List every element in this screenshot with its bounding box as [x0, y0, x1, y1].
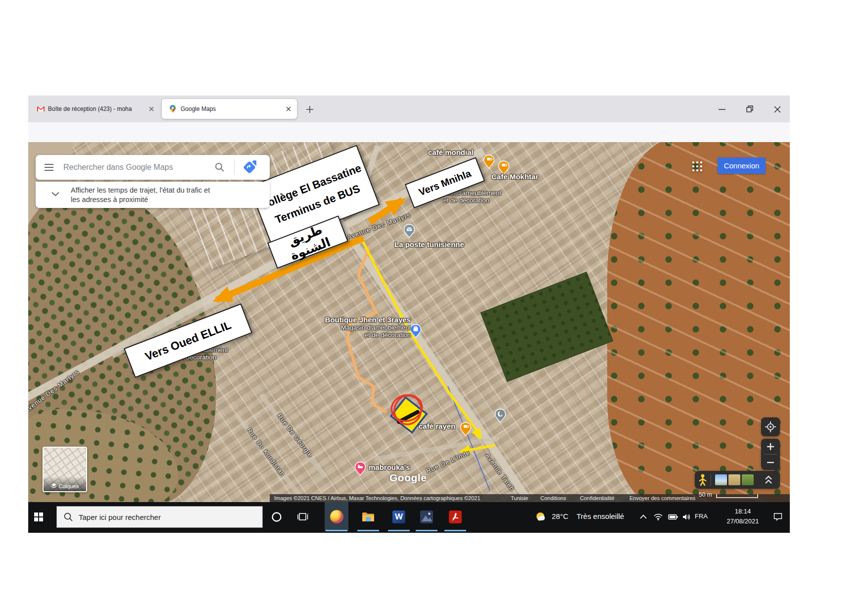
tab-title: Google Maps [181, 105, 286, 112]
zoom-out-button[interactable] [761, 455, 780, 470]
tab-gmail[interactable]: Boîte de réception (423) - moha [31, 100, 159, 118]
layers-control[interactable]: Calques [43, 447, 87, 492]
battery-icon[interactable] [666, 502, 680, 531]
imagery-bar [695, 471, 780, 489]
chevron-down-icon[interactable] [51, 192, 59, 197]
browser-window: Boîte de réception (423) - moha Google M… [28, 96, 790, 533]
traffic-panel-text: Afficher les temps de trajet, l'état du … [71, 186, 210, 205]
mosque-pin[interactable] [495, 409, 506, 422]
explorer-taskbar-button[interactable] [356, 502, 380, 531]
collapse-chevrons-icon[interactable] [765, 475, 772, 484]
scale-label: 50 m [699, 491, 712, 498]
tab-bar: Boîte de réception (423) - moha Google M… [28, 96, 790, 122]
word-icon: W [392, 511, 405, 523]
google-watermark: Google [389, 472, 427, 484]
attribution-link[interactable]: Tunisie [511, 495, 528, 501]
attribution-link[interactable]: Conditions [540, 495, 566, 501]
navigation-toolbar: https://www.google.tn/maps/@36.8441072,1… [28, 122, 790, 143]
acrobat-taskbar-button[interactable] [443, 502, 467, 531]
attribution-text: Images ©2021 CNES / Airbus, Maxar Techno… [274, 495, 481, 501]
tab-title: Boîte de réception (423) - moha [48, 105, 147, 112]
poi-label: mabrouka's [369, 463, 410, 471]
close-window-button[interactable] [772, 104, 782, 114]
traffic-panel[interactable]: Afficher les temps de trajet, l'état du … [36, 182, 270, 208]
tab-google-maps[interactable]: Google Maps [162, 99, 297, 119]
firefox-taskbar-button[interactable] [325, 502, 348, 531]
layers-label: Calques [59, 483, 79, 489]
firefox-icon [330, 510, 343, 523]
imagery-thumb-grass[interactable] [742, 474, 754, 485]
attribution-link[interactable]: Confidentialité [580, 495, 615, 501]
maps-search-card[interactable]: Rechercher dans Google Maps [36, 155, 270, 180]
gmail-icon [37, 106, 45, 112]
layers-icon [51, 483, 57, 489]
poi-label: Cafe Mokhtar [491, 172, 538, 181]
notification-center-icon[interactable] [768, 502, 788, 531]
task-view-button[interactable] [292, 502, 313, 531]
google-maps-pin-icon [170, 105, 176, 113]
tray-clock[interactable]: 18:14 27/08/2021 [720, 507, 766, 526]
restore-button[interactable] [745, 104, 755, 114]
directions-icon[interactable] [242, 160, 256, 174]
poi-label: La poste tunisienne [394, 240, 464, 249]
minimize-button[interactable] [717, 106, 727, 112]
tray-date: 27/08/2021 [720, 516, 766, 526]
taskbar-search-box[interactable]: Taper ici pour rechercher [56, 506, 263, 528]
imagery-thumb-sky[interactable] [715, 474, 727, 485]
poi-label: café rayen [419, 422, 455, 430]
taskbar-search-placeholder: Taper ici pour rechercher [79, 513, 161, 521]
signin-button[interactable]: Connexion [718, 157, 766, 174]
cafe-rayen-pin[interactable] [461, 422, 471, 436]
search-input[interactable]: Rechercher dans Google Maps [63, 163, 173, 172]
tray-language[interactable]: FRA [695, 512, 708, 520]
attribution-link[interactable]: Envoyer des commentaires [629, 495, 695, 501]
poi-label-block: Boutique Jhen et 3rayes Magasin d'ameubl… [312, 315, 411, 339]
post-office-pin[interactable] [404, 224, 415, 238]
tray-time: 18:14 [720, 507, 766, 516]
start-button[interactable] [30, 502, 47, 531]
search-icon[interactable] [215, 162, 225, 172]
close-icon[interactable] [286, 106, 291, 111]
photos-icon [420, 511, 433, 523]
mabrouka-pin[interactable] [355, 462, 366, 475]
menu-hamburger-icon[interactable] [44, 163, 54, 171]
imagery-thumb-field[interactable] [728, 474, 740, 485]
divider [711, 474, 711, 486]
google-apps-grid-icon[interactable] [692, 161, 703, 172]
cafe-mondial-pin[interactable] [484, 155, 494, 168]
word-taskbar-button[interactable]: W [387, 502, 411, 531]
tray-weather-text[interactable]: Très ensoleillé [577, 512, 624, 520]
windows-taskbar: Taper ici pour rechercher W [28, 502, 790, 533]
my-location-button[interactable] [761, 417, 780, 436]
speaker-icon[interactable] [679, 502, 694, 531]
poi-label: café mondial [428, 148, 474, 156]
file-explorer-icon [362, 512, 375, 522]
close-icon[interactable] [149, 106, 154, 111]
cortana-button[interactable] [267, 502, 287, 531]
new-tab-button[interactable] [305, 105, 314, 114]
zoom-in-button[interactable] [761, 439, 780, 454]
map-canvas[interactable]: café mondial Cafe Mokhtar Magasin d'ameu… [28, 142, 790, 502]
pegman-icon[interactable] [699, 474, 707, 486]
weather-icon[interactable] [532, 502, 550, 531]
zoom-controls [761, 439, 780, 470]
search-icon [64, 512, 73, 521]
wifi-icon[interactable] [651, 502, 666, 531]
divider [234, 160, 235, 175]
tray-temperature[interactable]: 28°C [552, 512, 569, 520]
acrobat-icon [449, 511, 462, 523]
tray-chevron-up-icon[interactable] [636, 502, 651, 531]
photos-taskbar-button[interactable] [415, 502, 438, 531]
scale-bar [716, 494, 758, 499]
